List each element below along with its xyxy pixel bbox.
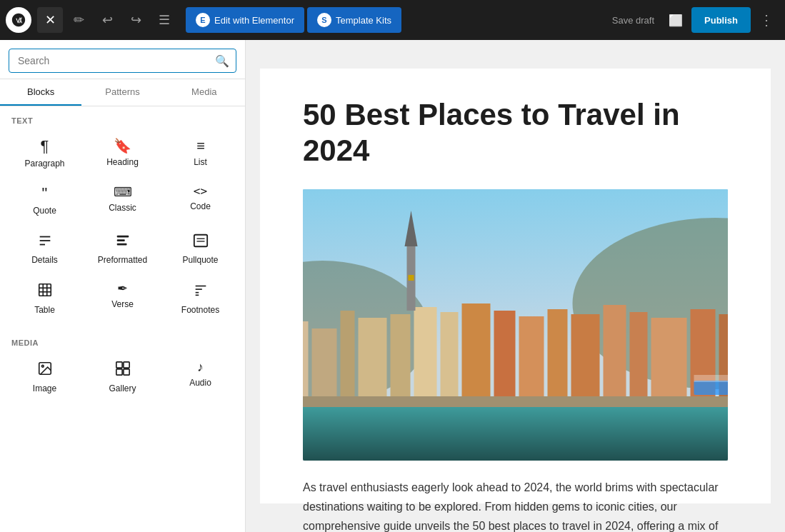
audio-icon: ♪ (197, 361, 204, 373)
pullquote-icon (193, 233, 209, 251)
block-footnotes[interactable]: Footnotes (161, 273, 239, 323)
city-image (303, 189, 728, 461)
tools-button[interactable]: ☰ (151, 7, 177, 33)
tools-icon: ☰ (159, 12, 170, 28)
svg-rect-6 (194, 235, 206, 247)
template-kits-icon: S (317, 13, 331, 27)
details-icon (37, 233, 53, 251)
pullquote-label: Pullquote (182, 255, 218, 265)
tab-media[interactable]: Media (164, 79, 245, 106)
more-options-button[interactable]: ⋮ (754, 7, 779, 33)
edit-with-elementor-button[interactable]: E Edit with Elementor (186, 7, 304, 33)
publish-button[interactable]: Publish (691, 7, 751, 33)
code-icon: <> (194, 186, 207, 197)
gallery-label: Gallery (109, 383, 136, 393)
close-icon: ✕ (45, 12, 56, 28)
paragraph-label: Paragraph (24, 159, 64, 169)
save-draft-button[interactable]: Save draft (606, 15, 660, 26)
block-quote[interactable]: " Quote (6, 176, 84, 224)
pencil-icon: ✏ (74, 12, 84, 28)
media-section-label: MEDIA (0, 328, 245, 351)
pencil-button[interactable]: ✏ (66, 7, 91, 33)
block-details[interactable]: Details (6, 224, 84, 273)
heading-icon: 🔖 (114, 139, 131, 153)
svg-rect-4 (116, 239, 124, 241)
classic-icon: ⌨ (114, 186, 132, 199)
redo-icon: ↪ (131, 12, 141, 28)
block-pullquote[interactable]: Pullquote (161, 224, 239, 273)
preformatted-label: Preformatted (98, 255, 147, 265)
svg-rect-20 (116, 362, 121, 368)
image-icon (37, 361, 53, 379)
view-button[interactable]: ⬜ (663, 7, 689, 33)
list-icon: ≡ (196, 139, 204, 153)
svg-rect-23 (123, 369, 129, 375)
undo-icon: ↩ (102, 12, 113, 28)
sidebar-tabs: Blocks Patterns Media (0, 79, 245, 106)
block-audio[interactable]: ♪ Audio (161, 351, 239, 401)
heading-label: Heading (106, 157, 139, 167)
post-title[interactable]: 50 Best Places to Travel in 2024 (303, 97, 728, 169)
verse-icon: ✒ (117, 282, 128, 295)
block-classic[interactable]: ⌨ Classic (84, 176, 161, 224)
edit-elementor-label: Edit with Elementor (214, 15, 294, 26)
template-kits-button[interactable]: S Template Kits (307, 7, 401, 33)
code-label: Code (190, 201, 211, 211)
svg-point-19 (41, 365, 44, 367)
quote-label: Quote (33, 206, 56, 216)
preformatted-icon (115, 233, 131, 251)
quote-icon: " (42, 186, 48, 201)
table-icon (37, 282, 53, 301)
post-body-text[interactable]: As travel enthusiasts eagerly look ahead… (303, 478, 728, 532)
text-section-label: TEXT (0, 106, 245, 129)
block-gallery[interactable]: Gallery (84, 351, 161, 401)
search-container: 🔍 (0, 40, 245, 79)
audio-label: Audio (189, 378, 211, 388)
block-paragraph[interactable]: ¶ Paragraph (6, 129, 84, 176)
content-area: 50 Best Places to Travel in 2024 As trav… (246, 40, 785, 532)
redo-button[interactable]: ↪ (123, 7, 149, 33)
sidebar: 🔍 Blocks Patterns Media TEXT ¶ Paragraph… (0, 40, 246, 532)
table-label: Table (34, 305, 55, 315)
media-blocks-grid: Image Gallery ♪ Audio (0, 351, 245, 407)
block-code[interactable]: <> Code (161, 176, 239, 224)
view-icon: ⬜ (669, 14, 683, 27)
svg-rect-22 (116, 369, 121, 375)
footnotes-icon (193, 282, 209, 301)
details-label: Details (31, 255, 58, 265)
template-kits-label: Template Kits (336, 15, 391, 26)
elementor-icon: E (196, 13, 210, 27)
tab-patterns[interactable]: Patterns (81, 79, 163, 106)
block-table[interactable]: Table (6, 273, 84, 323)
list-label: List (194, 157, 207, 167)
main-toolbar: ✕ ✏ ↩ ↪ ☰ E Edit with Elementor S Templa… (0, 0, 785, 40)
block-list[interactable]: ≡ List (161, 129, 239, 176)
block-heading[interactable]: 🔖 Heading (84, 129, 161, 176)
wp-logo[interactable] (6, 7, 31, 33)
block-preformatted[interactable]: Preformatted (84, 224, 161, 273)
more-icon: ⋮ (759, 11, 774, 29)
search-wrapper: 🔍 (9, 49, 236, 73)
post-content: 50 Best Places to Travel in 2024 As trav… (260, 69, 771, 503)
svg-rect-9 (39, 284, 51, 296)
svg-rect-5 (116, 244, 126, 246)
main-area: 🔍 Blocks Patterns Media TEXT ¶ Paragraph… (0, 40, 785, 532)
paragraph-icon: ¶ (41, 139, 49, 154)
tab-blocks[interactable]: Blocks (0, 79, 81, 106)
svg-rect-3 (116, 236, 129, 238)
svg-rect-21 (123, 362, 129, 368)
block-image[interactable]: Image (6, 351, 84, 401)
verse-label: Verse (111, 299, 134, 309)
post-featured-image (303, 189, 728, 461)
search-input[interactable] (9, 49, 236, 73)
footnotes-label: Footnotes (181, 305, 219, 315)
close-button[interactable]: ✕ (37, 7, 63, 33)
block-verse[interactable]: ✒ Verse (84, 273, 161, 323)
text-blocks-grid: ¶ Paragraph 🔖 Heading ≡ List " Quote ⌨ C… (0, 129, 245, 328)
undo-button[interactable]: ↩ (94, 7, 120, 33)
image-label: Image (33, 383, 56, 393)
gallery-icon (115, 361, 131, 379)
classic-label: Classic (109, 203, 136, 213)
